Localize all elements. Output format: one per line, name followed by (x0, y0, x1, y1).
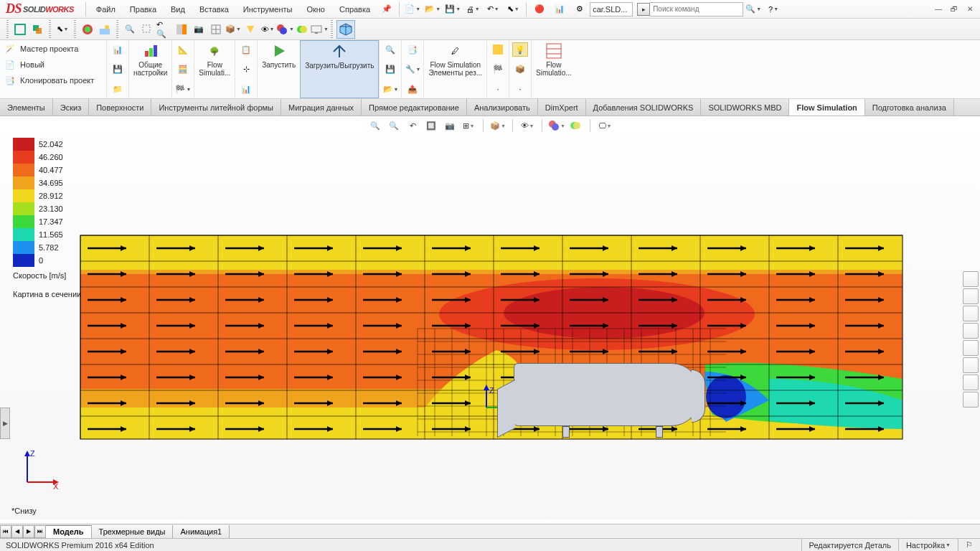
status-flag-icon[interactable]: ⚐ (958, 539, 980, 551)
rebuild-icon[interactable]: 🔴 (529, 1, 550, 17)
rs2-3[interactable]: 🏁▼ (175, 82, 191, 96)
rs1-1[interactable]: 📊 (110, 42, 126, 57)
vt-zoomarea-icon[interactable]: 🔍 (387, 118, 401, 133)
tab-migration[interactable]: Миграция данных (281, 99, 362, 116)
vt-display-icon[interactable]: ⊞▼ (461, 118, 476, 133)
bottom-tab-3dviews[interactable]: Трехмерные виды (92, 525, 174, 538)
tb-scene-icon[interactable] (97, 22, 113, 37)
tb-camera-icon[interactable]: 📷 (191, 22, 207, 37)
tab-direct-edit[interactable]: Прямое редактирование (362, 99, 467, 116)
taskpane-library-icon[interactable] (963, 306, 979, 321)
taskpane-view-icon[interactable] (963, 340, 979, 356)
taskpane-explorer-icon[interactable] (963, 323, 979, 339)
ribbon-load-unload[interactable]: Загрузить/Выгрузить (300, 40, 379, 98)
vt-zoom-icon[interactable]: 🔍 (368, 118, 382, 133)
options-icon[interactable]: 📊 (550, 1, 570, 17)
rs5-2[interactable]: 🔧▼ (405, 62, 420, 77)
tb-icon-2[interactable] (29, 22, 45, 37)
menu-file[interactable]: Файл (89, 1, 123, 18)
taskpane-appearance-icon[interactable] (963, 357, 979, 373)
tb-section-icon[interactable] (174, 22, 189, 37)
save-icon[interactable]: 💾▼ (443, 1, 463, 17)
vt-section-icon[interactable]: 🔲 (424, 118, 438, 133)
ribbon-general-settings[interactable]: Общие настройки (128, 40, 171, 98)
rs4-2[interactable]: 💾 (382, 62, 398, 77)
project-wizard-button[interactable]: 🪄Мастер проекта (4, 43, 102, 55)
ribbon-flowsim-panel[interactable]: Flow Simulatio... (531, 40, 575, 98)
menu-view[interactable]: Вид (164, 1, 192, 18)
taskpane-properties-icon[interactable] (963, 375, 979, 390)
tb-color1-icon[interactable]: ▼ (277, 22, 293, 37)
print-icon[interactable]: 🖨▼ (463, 1, 483, 17)
rs4-3[interactable]: 📂▼ (382, 82, 398, 96)
rs5-1[interactable]: 📑 (405, 42, 420, 57)
menu-insert[interactable]: Вставка (192, 1, 236, 18)
rs7-1[interactable]: 💡 (512, 42, 528, 57)
graphics-view[interactable]: ▶ 52.04246.26040.47734.69528.91223.13017… (0, 135, 980, 519)
vt-appearance-icon[interactable]: ▼ (550, 118, 564, 133)
rs6-1[interactable] (490, 42, 506, 57)
tb-box-icon[interactable]: 📦▼ (225, 22, 241, 37)
tb-display-icon[interactable] (208, 22, 224, 37)
bottom-tab-model[interactable]: Модель (46, 525, 92, 538)
status-customize[interactable]: Настройка ▼ (898, 539, 958, 551)
tb-screen-icon[interactable]: ▼ (311, 22, 327, 37)
undo-icon[interactable]: ↶▼ (483, 1, 503, 17)
tab-dimxpert[interactable]: DimXpert (538, 99, 586, 116)
tab-elements[interactable]: Элементы (0, 99, 53, 116)
tb-cube-icon[interactable] (336, 20, 355, 39)
menu-window[interactable]: Окно (299, 1, 332, 18)
rs7-3[interactable]: · (512, 82, 528, 96)
menu-tools[interactable]: Инструменты (236, 1, 300, 18)
tb-light-icon[interactable] (242, 22, 258, 37)
tab-sketch[interactable]: Эскиз (53, 99, 89, 116)
rs2-1[interactable]: 📐 (175, 42, 191, 57)
rs1-3[interactable]: 📁 (110, 82, 126, 96)
rs6-2[interactable]: 🏁 (490, 62, 506, 77)
ribbon-run[interactable]: Запустить (257, 40, 300, 98)
rs2-2[interactable]: 🧮 (175, 62, 191, 77)
project-new-button[interactable]: 📄Новый (4, 59, 102, 70)
tb-icon-1[interactable] (12, 22, 28, 37)
vt-camera-icon[interactable]: 📷 (443, 118, 457, 133)
rs4-1[interactable]: 🔍 (382, 42, 398, 57)
rs1-2[interactable]: 💾 (110, 62, 126, 77)
rs3-3[interactable]: 📊 (238, 82, 254, 96)
search-icon[interactable]: 🔍▼ (743, 1, 763, 17)
help-icon[interactable]: ?▼ (763, 1, 783, 17)
nav-next-icon[interactable]: ▶ (23, 525, 34, 538)
nav-prev-icon[interactable]: ◀ (11, 525, 23, 538)
tab-addins[interactable]: Добавления SOLIDWORKS (586, 99, 702, 116)
vt-prev-icon[interactable]: ↶ (405, 118, 420, 133)
menu-edit[interactable]: Правка (123, 1, 164, 18)
tb-zoom-icon[interactable]: 🔍 (122, 22, 138, 37)
tb-prev-icon[interactable]: ↶🔍 (156, 22, 172, 37)
search-input[interactable] (650, 2, 743, 17)
search-launch-icon[interactable]: ▸ (637, 3, 650, 16)
ribbon-flowsim-tree[interactable]: 🌳 Flow Simulati... (194, 40, 235, 98)
taskpane-home-icon[interactable] (963, 271, 979, 287)
tb-eye-icon[interactable]: 👁▼ (260, 22, 275, 37)
taskpane-resources-icon[interactable] (963, 288, 979, 304)
tb-cursor-icon[interactable]: ⬉▼ (55, 22, 70, 37)
document-selector[interactable]: car.SLD... (590, 2, 633, 17)
vt-eye-icon[interactable]: 👁▼ (520, 118, 534, 133)
menu-help[interactable]: Справка (332, 1, 377, 18)
pin-icon[interactable]: 📌 (377, 4, 396, 14)
rs7-2[interactable]: 📦 (512, 62, 528, 77)
tab-surfaces[interactable]: Поверхности (89, 99, 151, 116)
new-doc-icon[interactable]: 📄▼ (402, 1, 423, 17)
tab-analyze[interactable]: Анализировать (467, 99, 538, 116)
vt-screen-icon[interactable]: 🖵▼ (598, 118, 612, 133)
settings-icon[interactable]: ⚙ (570, 1, 590, 17)
rs6-3[interactable]: · (490, 82, 506, 96)
ribbon-flowsim-results[interactable]: 🖊 Flow Simulation Элементы рез... (423, 40, 486, 98)
rs5-3[interactable]: 📤 (405, 82, 420, 96)
minimize-icon[interactable]: — (931, 3, 946, 16)
select-icon[interactable]: ⬉▼ (503, 1, 523, 17)
tb-zoomarea-icon[interactable] (139, 22, 155, 37)
project-clone-button[interactable]: 📑Клонировать проект (4, 75, 102, 86)
restore-icon[interactable]: 🗗 (947, 3, 961, 16)
tb-appearance-icon[interactable] (80, 22, 95, 37)
tab-mold[interactable]: Инструменты литейной формы (151, 99, 281, 116)
